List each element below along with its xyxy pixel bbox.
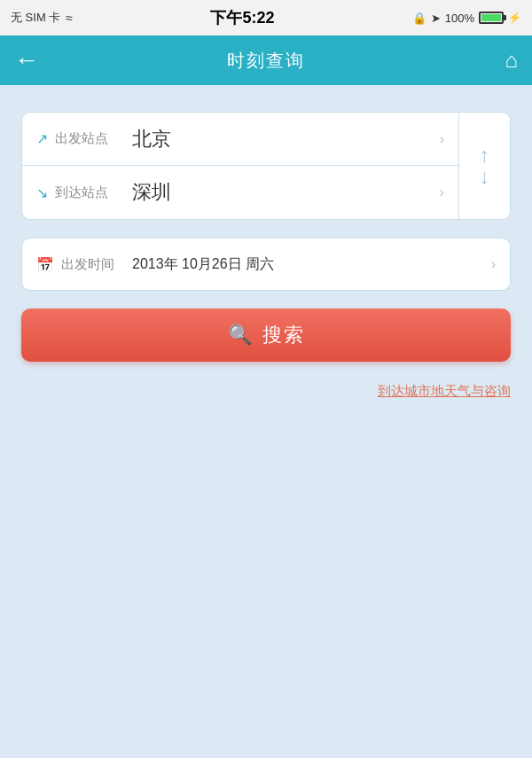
wifi-icon: ≈ bbox=[66, 11, 73, 25]
departure-label: ↗ 出发站点 bbox=[36, 130, 125, 147]
arrival-row[interactable]: ↘ 到达站点 深圳 › bbox=[22, 166, 458, 219]
arrival-icon: ↘ bbox=[36, 184, 48, 201]
arrival-label: ↘ 到达站点 bbox=[36, 184, 125, 201]
location-icon: ➤ bbox=[431, 12, 441, 25]
sim-text: 无 SIM 卡 bbox=[11, 10, 60, 26]
station-card: ↗ 出发站点 北京 › ↘ 到达站点 深圳 › ↑ ↓ bbox=[21, 112, 511, 220]
home-button[interactable]: ⌂ bbox=[479, 48, 518, 73]
nav-bar: ← 时刻查询 ⌂ bbox=[0, 35, 532, 85]
arrival-arrow: › bbox=[440, 184, 444, 200]
departure-row[interactable]: ↗ 出发站点 北京 › bbox=[22, 113, 458, 166]
battery-indicator bbox=[479, 12, 504, 24]
lock-icon: 🔒 bbox=[412, 12, 426, 25]
status-left: 无 SIM 卡 ≈ bbox=[11, 10, 73, 26]
date-label-text: 出发时间 bbox=[61, 256, 114, 273]
departure-label-text: 出发站点 bbox=[55, 130, 108, 147]
swap-icon: ↑ ↓ bbox=[480, 145, 490, 187]
departure-icon: ↗ bbox=[36, 130, 48, 147]
weather-link[interactable]: 到达城市地天气与咨询 bbox=[378, 383, 511, 400]
link-area: 到达城市地天气与咨询 bbox=[21, 379, 511, 400]
search-button[interactable]: 🔍 搜索 bbox=[21, 309, 511, 362]
back-icon: ← bbox=[14, 46, 39, 74]
back-button[interactable]: ← bbox=[14, 46, 53, 74]
station-rows: ↗ 出发站点 北京 › ↘ 到达站点 深圳 › bbox=[22, 113, 458, 219]
search-icon: 🔍 bbox=[228, 324, 254, 347]
battery-fill bbox=[481, 14, 501, 21]
search-label: 搜索 bbox=[262, 322, 305, 348]
status-time: 下午5:22 bbox=[210, 7, 274, 28]
date-card[interactable]: 📅 出发时间 2013年 10月26日 周六 › bbox=[21, 238, 511, 291]
home-icon: ⌂ bbox=[505, 48, 519, 73]
status-bar: 无 SIM 卡 ≈ 下午5:22 🔒 ➤ 100% ⚡ bbox=[0, 0, 532, 35]
nav-title: 时刻查询 bbox=[227, 49, 305, 73]
swap-button[interactable]: ↑ ↓ bbox=[458, 113, 510, 219]
battery-bar bbox=[479, 12, 504, 24]
arrival-value: 深圳 bbox=[125, 179, 440, 206]
date-arrow: › bbox=[491, 256, 496, 272]
departure-value: 北京 bbox=[125, 126, 440, 152]
battery-percent: 100% bbox=[445, 12, 474, 25]
charging-icon: ⚡ bbox=[508, 12, 521, 24]
arrival-label-text: 到达站点 bbox=[55, 184, 108, 201]
status-right: 🔒 ➤ 100% ⚡ bbox=[412, 12, 521, 25]
main-content: ↗ 出发站点 北京 › ↘ 到达站点 深圳 › ↑ ↓ bbox=[0, 85, 532, 418]
calendar-icon: 📅 bbox=[36, 256, 54, 273]
departure-arrow: › bbox=[440, 131, 444, 147]
date-label: 📅 出发时间 bbox=[36, 256, 125, 273]
date-value: 2013年 10月26日 周六 bbox=[125, 255, 491, 274]
